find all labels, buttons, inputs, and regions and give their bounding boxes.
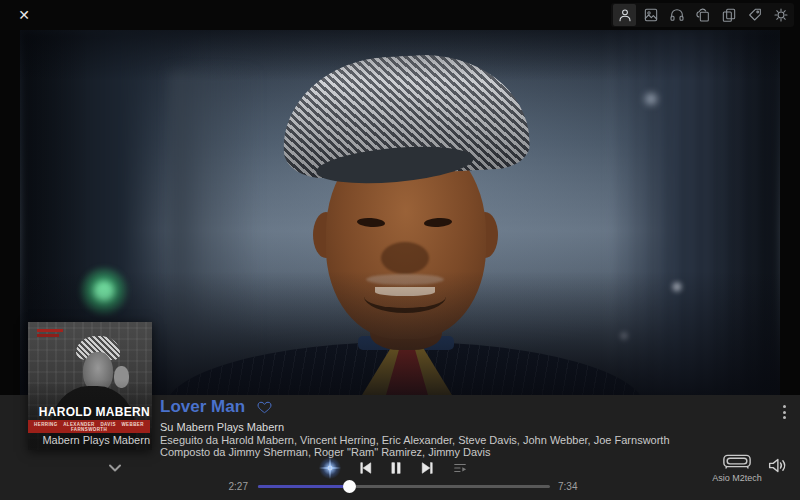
headphones-icon[interactable] [665,4,688,26]
track-title-link[interactable]: Lover Man [160,397,245,417]
performers-line: Eseguito da Harold Mabern, Vincent Herri… [160,434,670,446]
cloud-file-icon[interactable] [691,4,714,26]
album-artist-name: HAROLD MABERN [28,405,150,419]
elapsed-time: 2:27 [206,481,248,492]
more-options-icon[interactable] [776,401,792,423]
duration-time: 7:34 [558,481,577,492]
audio-device-icon [722,453,752,470]
copy-files-icon[interactable] [717,4,740,26]
album-sidemen-strip: HERRING ALEXANDER DAVIS WEBBER FARNSWORT… [28,420,150,433]
close-icon[interactable]: ✕ [12,4,36,26]
zone-name: Asio M2tech [712,473,762,483]
art-source-toolbar [611,3,794,27]
album-title: Mabern Plays Mabern [28,434,150,446]
seek-handle[interactable] [343,480,356,493]
seek-bar[interactable] [258,485,550,488]
now-playing-screen: ✕ [0,0,800,500]
settings-gear-icon[interactable] [769,4,792,26]
next-track-button[interactable] [416,457,438,479]
tag-icon[interactable] [743,4,766,26]
zone-selector-button[interactable]: Asio M2tech [706,453,768,483]
artist-photo-icon[interactable] [613,4,636,26]
seek-progress-fill [258,485,349,488]
album-thumbnail[interactable]: HAROLD MABERN HERRING ALEXANDER DAVIS WE… [28,322,152,450]
track-title-row: Lover Man [160,397,272,417]
album-line: Su Mabern Plays Mabern [160,421,284,433]
chevron-down-icon[interactable] [103,459,127,477]
queue-icon[interactable] [449,457,471,479]
roon-radio-sparkle-icon [319,457,341,479]
favorite-heart-icon[interactable] [257,400,272,414]
top-bar: ✕ [0,0,800,30]
volume-icon[interactable] [764,455,790,479]
pause-button[interactable] [385,457,407,479]
album-art-icon[interactable] [639,4,662,26]
album-text-block: HAROLD MABERN HERRING ALEXANDER DAVIS WE… [28,405,150,446]
previous-track-button[interactable] [354,457,376,479]
